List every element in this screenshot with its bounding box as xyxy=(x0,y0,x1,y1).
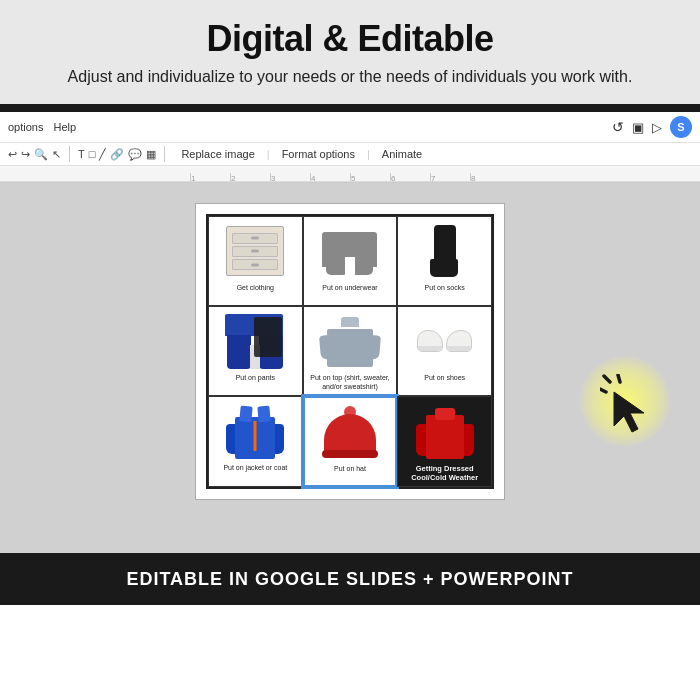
slideshow-icon[interactable]: ▣ xyxy=(632,120,644,135)
comment-icon[interactable]: 💬 xyxy=(128,148,142,161)
divider xyxy=(69,146,70,162)
black-bar xyxy=(0,104,700,112)
slide-canvas[interactable]: Get clothing Put on underwear xyxy=(195,203,505,500)
card-label-hat: Put on hat xyxy=(334,465,366,473)
redo-icon[interactable]: ↪ xyxy=(21,148,30,161)
card-underwear[interactable]: Put on underwear xyxy=(303,216,398,306)
card-image-red-coat xyxy=(410,401,480,461)
card-image-shoes xyxy=(410,311,480,371)
card-get-clothing[interactable]: Get clothing xyxy=(208,216,303,306)
sub-heading: Adjust and individualize to your needs o… xyxy=(40,66,660,88)
card-jacket[interactable]: Put on jacket or coat xyxy=(208,396,303,487)
zoom-icon[interactable]: 🔍 xyxy=(34,148,48,161)
bg-icon[interactable]: ▦ xyxy=(146,148,156,161)
card-image-jacket xyxy=(220,401,290,461)
svg-line-1 xyxy=(600,389,606,392)
top-banner: Digital & Editable Adjust and individual… xyxy=(0,0,700,104)
card-label-jacket: Put on jacket or coat xyxy=(223,464,287,472)
card-image-pants xyxy=(220,311,290,371)
card-label-underwear: Put on underwear xyxy=(322,284,377,292)
user-avatar[interactable]: S xyxy=(677,121,684,133)
menu-item-options[interactable]: options xyxy=(8,121,43,133)
card-top[interactable]: Put on top (shirt, sweater, and/or sweat… xyxy=(303,306,398,396)
card-label-top: Put on top (shirt, sweater, and/or sweat… xyxy=(307,374,394,391)
toolbar-icons: ↩ ↪ 🔍 ↖ T □ ╱ 🔗 💬 ▦ Replace image | Form… xyxy=(0,143,700,166)
present-icon[interactable]: ▷ xyxy=(652,120,662,135)
main-heading: Digital & Editable xyxy=(40,18,660,60)
text-tool-icon[interactable]: T xyxy=(78,148,85,160)
ruler: 1 2 3 4 5 6 7 8 xyxy=(0,166,700,182)
link-icon[interactable]: 🔗 xyxy=(110,148,124,161)
card-socks[interactable]: Put on socks xyxy=(397,216,492,306)
format-options-button[interactable]: Format options xyxy=(274,146,363,162)
card-label-socks: Put on socks xyxy=(425,284,465,292)
right-icons: ↺ ▣ ▷ S xyxy=(612,116,692,138)
shape-tool-icon[interactable]: □ xyxy=(89,148,96,160)
card-image-hat xyxy=(315,402,385,462)
cursor-tool-icon[interactable]: ↖ xyxy=(52,148,61,161)
menu-item-help[interactable]: Help xyxy=(53,121,76,133)
cursor-area xyxy=(570,346,680,456)
card-image-dresser xyxy=(220,221,290,281)
menu-items: options Help xyxy=(8,121,76,133)
svg-marker-3 xyxy=(614,392,644,432)
card-title[interactable]: Getting Dressed Cool/Cold Weather xyxy=(397,396,492,487)
card-image-underwear xyxy=(315,221,385,281)
card-label-shoes: Put on shoes xyxy=(424,374,465,382)
line-tool-icon[interactable]: ╱ xyxy=(99,148,106,161)
card-image-socks xyxy=(410,221,480,281)
bottom-banner: EDITABLE IN GOOGLE SLIDES + POWERPOINT xyxy=(0,553,700,605)
replace-image-button[interactable]: Replace image xyxy=(173,146,262,162)
svg-line-2 xyxy=(618,375,620,382)
toolbar-top: options Help ↺ ▣ ▷ S xyxy=(0,112,700,143)
card-label-title: Getting Dressed Cool/Cold Weather xyxy=(401,464,488,482)
card-label-get-clothing: Get clothing xyxy=(237,284,274,292)
card-label-pants: Put on pants xyxy=(236,374,275,382)
toolbar-area: options Help ↺ ▣ ▷ S ↩ ↪ 🔍 ↖ T □ ╱ 🔗 💬 ▦… xyxy=(0,112,700,183)
animate-button[interactable]: Animate xyxy=(374,146,430,162)
card-shoes[interactable]: Put on shoes xyxy=(397,306,492,396)
undo-icon[interactable]: ↩ xyxy=(8,148,17,161)
bottom-text: EDITABLE IN GOOGLE SLIDES + POWERPOINT xyxy=(126,569,573,590)
svg-line-0 xyxy=(604,376,610,382)
card-hat[interactable]: Put on hat xyxy=(303,396,398,487)
clothing-grid: Get clothing Put on underwear xyxy=(206,214,494,489)
card-image-sweater xyxy=(315,311,385,371)
card-pants[interactable]: Put on pants xyxy=(208,306,303,396)
main-area: Get clothing Put on underwear xyxy=(0,183,700,553)
divider2 xyxy=(164,146,165,162)
history-icon[interactable]: ↺ xyxy=(612,119,624,135)
cursor-icon xyxy=(600,374,660,439)
